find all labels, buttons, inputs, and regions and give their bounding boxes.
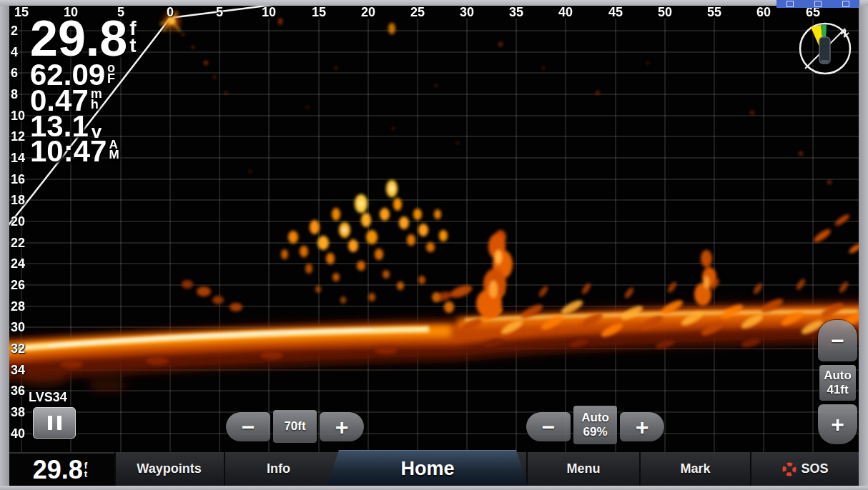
screen-edge-artifact — [0, 486, 868, 490]
depth-tick-label: 18 — [11, 193, 25, 208]
ruler-tick-label: 50 — [658, 5, 672, 20]
depth-tick-label: 40 — [11, 426, 25, 441]
depth-unit: ft — [129, 20, 136, 54]
depth-tick-label: 2 — [11, 24, 18, 39]
sos-button[interactable]: SOS — [751, 452, 859, 486]
time-unit: AM — [109, 140, 119, 161]
speed-unit: mh — [91, 89, 102, 111]
sonar-app-screen: 1510505101520253035404550556065 24681012… — [0, 0, 868, 490]
menu-button[interactable]: Menu — [528, 452, 639, 486]
pause-button[interactable] — [33, 407, 76, 439]
depth-range-decrease-button[interactable]: − — [818, 320, 857, 361]
minus-icon: − — [831, 329, 844, 352]
range-decrease-button[interactable]: − — [226, 412, 270, 441]
ruler-tick-label: 30 — [460, 5, 474, 20]
depth-tick-label: 14 — [11, 151, 25, 166]
depth-tick-label: 20 — [11, 214, 25, 229]
depth-tick-label: 16 — [11, 172, 25, 187]
time-value: 10:47 — [30, 138, 107, 166]
depth-tick-label: 6 — [11, 66, 18, 81]
ruler-tick-label: 20 — [361, 5, 375, 20]
depth-tick-label: 30 — [11, 320, 25, 335]
plus-icon: + — [831, 413, 844, 436]
depth-tick-label: 26 — [11, 278, 25, 293]
depth-tick-label: 32 — [11, 341, 25, 356]
pause-icon — [48, 416, 52, 430]
ruler-tick-label: 15 — [312, 5, 326, 20]
ruler-tick-label: 25 — [410, 5, 425, 20]
depth-range-increase-button[interactable]: + — [818, 404, 857, 444]
depth-tick-label: 10 — [11, 109, 25, 124]
plus-icon: + — [335, 416, 349, 439]
sonar-view — [0, 0, 868, 490]
home-button[interactable]: Home — [327, 450, 528, 486]
waypoints-button[interactable]: Waypoints — [114, 452, 224, 486]
depth-tick-label: 22 — [11, 236, 25, 251]
temp-unit: oF — [107, 63, 115, 85]
ruler-tick-label: 40 — [558, 5, 573, 20]
gain-value[interactable]: Auto69% — [573, 406, 617, 444]
video-player-controls-artifact — [776, 0, 859, 8]
depth-range-value[interactable]: Auto41ft — [819, 365, 856, 401]
range-increase-button[interactable]: + — [320, 412, 364, 441]
range-value[interactable]: 70ft — [273, 410, 317, 443]
ruler-tick-label: 0 — [167, 5, 174, 20]
depth-tick-label: 4 — [11, 45, 18, 60]
minus-icon: − — [242, 416, 255, 439]
screen-edge-artifact — [859, 6, 868, 486]
depth-tick-label: 38 — [11, 405, 25, 420]
depth-reading: 29.8 ft — [30, 16, 137, 61]
ruler-tick-label: 5 — [216, 5, 223, 20]
screen-edge-artifact — [0, 0, 868, 6]
plus-icon: + — [636, 416, 649, 439]
minus-icon: − — [542, 416, 556, 439]
info-button[interactable]: Info — [224, 452, 333, 486]
transducer-orientation-icon: N — [795, 19, 855, 79]
gain-decrease-button[interactable]: − — [526, 412, 571, 441]
ruler-tick-label: 10 — [262, 5, 276, 20]
gain-increase-button[interactable]: + — [620, 412, 664, 441]
ruler-tick-label: 45 — [608, 5, 623, 20]
depth-tick-label: 12 — [11, 129, 25, 144]
pause-icon — [57, 416, 61, 430]
depth-tick-label: 8 — [11, 87, 18, 102]
screen-edge-artifact — [0, 6, 9, 486]
transducer-model-label: LVS34 — [29, 390, 67, 405]
mark-button[interactable]: Mark — [641, 452, 750, 486]
ruler-tick-label: 60 — [756, 5, 771, 20]
ruler-tick-label: 35 — [509, 5, 523, 20]
life-ring-icon — [782, 462, 797, 476]
depth-tick-label: 34 — [11, 363, 25, 378]
depth-tick-label: 36 — [11, 384, 25, 399]
taskbar-depth-badge: 29.8 ft — [6, 454, 114, 486]
depth-value: 29.8 — [30, 16, 127, 61]
time-reading: 10:47 AM — [30, 138, 119, 166]
depth-tick-label: 24 — [11, 256, 25, 271]
ruler-tick-label: 55 — [707, 5, 721, 20]
depth-tick-label: 28 — [11, 299, 25, 314]
